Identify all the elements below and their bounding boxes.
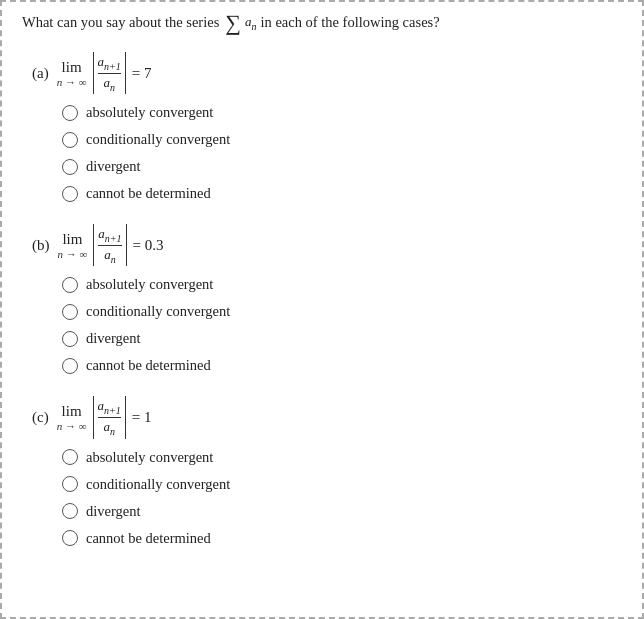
part-b-option-4[interactable]: cannot be determined (62, 357, 622, 374)
part-c-radio-2[interactable] (62, 476, 78, 492)
part-b-label: (b) (32, 237, 50, 254)
part-a-radio-4[interactable] (62, 186, 78, 202)
part-a-option-3[interactable]: divergent (62, 158, 622, 175)
part-b-radio-4[interactable] (62, 358, 78, 374)
part-a-lim-block: lim n → ∞ (57, 59, 87, 88)
question-text-before: What can you say about the series (22, 12, 219, 34)
part-a-frac-den: an (103, 74, 115, 93)
part-b-option-1-label: absolutely convergent (86, 276, 213, 293)
part-c-radio-3[interactable] (62, 503, 78, 519)
part-a-label: (a) (32, 65, 49, 82)
part-b-radio-3[interactable] (62, 331, 78, 347)
part-c: (c) lim n → ∞ an+1 an = 1 absolutely con… (22, 396, 622, 546)
part-c-option-2[interactable]: conditionally convergent (62, 476, 622, 493)
part-a-option-4[interactable]: cannot be determined (62, 185, 622, 202)
part-c-option-3-label: divergent (86, 503, 141, 520)
part-a-option-3-label: divergent (86, 158, 141, 175)
part-c-option-1[interactable]: absolutely convergent (62, 449, 622, 466)
part-a-limit-expr: lim n → ∞ an+1 an = 7 (57, 52, 152, 94)
part-c-abs-frac: an+1 an (93, 396, 126, 438)
part-c-option-3[interactable]: divergent (62, 503, 622, 520)
series-notation: ∑ an (223, 12, 256, 34)
part-c-frac-den: an (103, 418, 115, 437)
part-a-option-1-label: absolutely convergent (86, 104, 213, 121)
part-b-frac-den: an (104, 246, 116, 265)
part-a: (a) lim n → ∞ an+1 an = 7 absolutely con… (22, 52, 622, 202)
part-c-options: absolutely convergent conditionally conv… (62, 449, 622, 547)
part-b-frac: an+1 an (98, 226, 121, 264)
part-b-options: absolutely convergent conditionally conv… (62, 276, 622, 374)
part-b-frac-num: an+1 (98, 226, 121, 246)
part-c-radio-4[interactable] (62, 530, 78, 546)
part-a-option-2-label: conditionally convergent (86, 131, 230, 148)
part-a-option-4-label: cannot be determined (86, 185, 211, 202)
part-a-radio-1[interactable] (62, 105, 78, 121)
part-a-radio-2[interactable] (62, 132, 78, 148)
question-text-after: in each of the following cases? (260, 12, 439, 34)
part-a-option-2[interactable]: conditionally convergent (62, 131, 622, 148)
part-a-frac-num: an+1 (98, 54, 121, 74)
part-b-option-3[interactable]: divergent (62, 330, 622, 347)
part-c-equals: = 1 (132, 409, 152, 426)
part-b-radio-1[interactable] (62, 277, 78, 293)
part-c-frac-num: an+1 (98, 398, 121, 418)
part-c-option-1-label: absolutely convergent (86, 449, 213, 466)
part-c-limit-expr: lim n → ∞ an+1 an = 1 (57, 396, 152, 438)
part-c-frac: an+1 an (98, 398, 121, 436)
part-a-radio-3[interactable] (62, 159, 78, 175)
part-b-abs-frac: an+1 an (93, 224, 126, 266)
part-a-abs-frac: an+1 an (93, 52, 126, 94)
part-c-label: (c) (32, 409, 49, 426)
part-c-lim-word: lim (62, 403, 82, 420)
part-a-option-1[interactable]: absolutely convergent (62, 104, 622, 121)
part-b-limit-expr: lim n → ∞ an+1 an = 0.3 (58, 224, 164, 266)
part-a-options: absolutely convergent conditionally conv… (62, 104, 622, 202)
part-b-option-2[interactable]: conditionally convergent (62, 303, 622, 320)
part-b-option-4-label: cannot be determined (86, 357, 211, 374)
part-a-equals: = 7 (132, 65, 152, 82)
sigma-symbol: ∑ (225, 12, 241, 34)
part-a-lim-sub: n → ∞ (57, 76, 87, 88)
part-c-lim-sub: n → ∞ (57, 420, 87, 432)
part-b-option-1[interactable]: absolutely convergent (62, 276, 622, 293)
part-b-lim-block: lim n → ∞ (58, 231, 88, 260)
part-b-option-2-label: conditionally convergent (86, 303, 230, 320)
part-b-header: (b) lim n → ∞ an+1 an = 0.3 (32, 224, 622, 266)
part-c-option-4[interactable]: cannot be determined (62, 530, 622, 547)
series-variable: an (245, 12, 257, 34)
part-b: (b) lim n → ∞ an+1 an = 0.3 absolutely c… (22, 224, 622, 374)
part-b-lim-word: lim (62, 231, 82, 248)
part-a-frac: an+1 an (98, 54, 121, 92)
part-b-radio-2[interactable] (62, 304, 78, 320)
part-c-radio-1[interactable] (62, 449, 78, 465)
part-b-lim-sub: n → ∞ (58, 248, 88, 260)
part-c-lim-block: lim n → ∞ (57, 403, 87, 432)
question-header: What can you say about the series ∑ an i… (22, 12, 622, 34)
part-b-option-3-label: divergent (86, 330, 141, 347)
part-a-lim-word: lim (62, 59, 82, 76)
part-b-equals: = 0.3 (133, 237, 164, 254)
part-a-header: (a) lim n → ∞ an+1 an = 7 (32, 52, 622, 94)
part-c-option-4-label: cannot be determined (86, 530, 211, 547)
part-c-option-2-label: conditionally convergent (86, 476, 230, 493)
part-c-header: (c) lim n → ∞ an+1 an = 1 (32, 396, 622, 438)
